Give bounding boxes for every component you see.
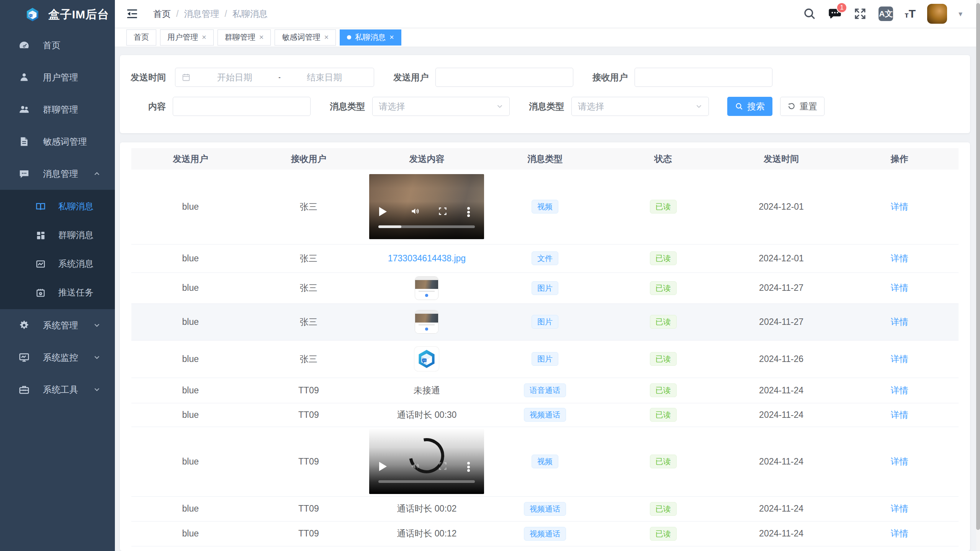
sidebar-item-home[interactable]: 首页 — [0, 29, 115, 61]
breadcrumb-separator: / — [176, 9, 178, 19]
video-player-loading[interactable] — [369, 429, 484, 494]
gear-icon — [18, 320, 30, 331]
col-type: 消息类型 — [486, 148, 604, 170]
file-link[interactable]: 1733034614438.jpg — [388, 253, 466, 263]
video-progress-bar[interactable] — [378, 480, 475, 483]
tab-group-management[interactable]: 群聊管理 × — [218, 29, 271, 46]
detail-link[interactable]: 详情 — [891, 410, 908, 420]
app-logo: 盒子IM后台 — [0, 0, 115, 29]
close-icon[interactable]: × — [259, 33, 264, 42]
receive-user-input[interactable] — [635, 68, 772, 87]
app-title: 盒子IM后台 — [48, 7, 109, 23]
message-text: 通话时长 00:12 — [368, 521, 486, 546]
sidebar-item-system-monitor[interactable]: 系统监控 — [0, 341, 115, 373]
date-range-input[interactable]: 开始日期 - 结束日期 — [175, 68, 374, 87]
video-progress-bar[interactable] — [378, 225, 475, 228]
send-user-input[interactable] — [435, 68, 573, 87]
close-icon[interactable]: × — [324, 33, 329, 42]
search-icon[interactable] — [803, 7, 816, 21]
detail-link[interactable]: 详情 — [891, 385, 908, 395]
sidebar-item-push-tasks[interactable]: 推送任务 — [0, 278, 115, 307]
tab-sensitive-words[interactable]: 敏感词管理 × — [275, 29, 336, 46]
detail-link[interactable]: 详情 — [891, 253, 908, 263]
sidebar-item-users[interactable]: 用户管理 — [0, 61, 115, 93]
detail-link[interactable]: 详情 — [891, 354, 908, 364]
content-area: 发送时间 开始日期 - 结束日期 发送用户 接收用户 内容 消 — [115, 47, 980, 551]
main-area: 首页 / 消息管理 / 私聊消息 1 A文 — [115, 0, 980, 551]
notifications-button[interactable]: 1 — [828, 7, 842, 21]
chevron-down-icon — [93, 321, 101, 329]
breadcrumb-item[interactable]: 消息管理 — [184, 8, 219, 20]
fullscreen-icon[interactable] — [853, 7, 867, 21]
play-icon[interactable] — [379, 207, 387, 216]
status-badge: 已读 — [650, 408, 677, 422]
collapse-menu-icon[interactable] — [126, 7, 139, 20]
tabs-bar: 首页 用户管理 × 群聊管理 × 敏感词管理 × 私聊消息 × — [115, 28, 980, 47]
document-icon — [18, 136, 30, 147]
status-badge: 已读 — [650, 502, 677, 516]
font-size-icon[interactable]: тT — [905, 7, 916, 20]
top-bar: 首页 / 消息管理 / 私聊消息 1 A文 — [115, 0, 980, 28]
sidebar-item-groups[interactable]: 群聊管理 — [0, 93, 115, 126]
sidebar-item-system-tools[interactable]: 系统工具 — [0, 373, 115, 406]
play-icon[interactable] — [379, 462, 387, 471]
message-type-badge: 语音通话 — [524, 383, 566, 397]
status-badge: 已读 — [650, 315, 677, 329]
users-icon — [18, 104, 30, 115]
close-icon[interactable]: × — [389, 33, 394, 42]
chart-frame-icon — [35, 259, 46, 269]
language-icon[interactable]: A文 — [879, 7, 893, 21]
search-icon — [735, 102, 743, 111]
message-type-select[interactable]: 请选择 — [372, 97, 510, 116]
boxim-logo-icon — [417, 349, 437, 369]
sidebar-item-group-messages[interactable]: 群聊消息 — [0, 221, 115, 249]
more-options-icon[interactable] — [467, 207, 470, 217]
video-player[interactable] — [369, 174, 484, 239]
col-actions: 操作 — [840, 148, 959, 170]
volume-icon[interactable] — [411, 206, 420, 216]
volume-icon[interactable] — [411, 461, 420, 471]
sidebar-item-system-messages[interactable]: 系统消息 — [0, 249, 115, 278]
message-type-badge: 视频 — [532, 455, 558, 468]
start-date-placeholder: 开始日期 — [191, 72, 278, 83]
detail-link[interactable]: 详情 — [891, 504, 908, 514]
table-row: blue 张三 — [131, 170, 959, 244]
tab-home[interactable]: 首页 — [126, 29, 156, 46]
search-button[interactable]: 搜索 — [727, 97, 772, 116]
reset-button[interactable]: 重置 — [780, 97, 825, 116]
detail-link[interactable]: 详情 — [891, 528, 908, 538]
detail-link[interactable]: 详情 — [891, 283, 908, 293]
message-image-thumbnail[interactable] — [415, 310, 438, 334]
col-content: 发送内容 — [368, 148, 486, 170]
chevron-up-icon — [93, 170, 101, 178]
close-icon[interactable]: × — [202, 33, 206, 42]
detail-link[interactable]: 详情 — [891, 317, 908, 327]
fullscreen-icon[interactable] — [438, 207, 447, 216]
status-badge: 已读 — [650, 200, 677, 214]
send-user-label: 发送用户 — [393, 72, 429, 83]
sidebar-item-label: 群聊管理 — [43, 104, 78, 116]
message-type-badge: 视频通话 — [524, 527, 566, 541]
message-type2-select[interactable]: 请选择 — [571, 97, 709, 116]
message-image-thumbnail[interactable] — [414, 347, 439, 371]
table-row: blue 张三 图片 已读 2024-11-27 详情 — [131, 272, 959, 303]
detail-link[interactable]: 详情 — [891, 202, 908, 212]
message-image-thumbnail[interactable] — [415, 276, 438, 300]
tab-private-messages[interactable]: 私聊消息 × — [340, 29, 401, 46]
messages-table-panel: 发送用户 接收用户 发送内容 消息类型 状态 发送时间 操作 blue 张三 — [120, 142, 970, 551]
user-avatar[interactable] — [927, 4, 947, 24]
breadcrumb-home[interactable]: 首页 — [153, 8, 171, 20]
scrollbar-thumb[interactable] — [976, 3, 980, 530]
content-label: 内容 — [131, 101, 166, 112]
sidebar-item-system-admin[interactable]: 系统管理 — [0, 309, 115, 341]
content-input[interactable] — [173, 97, 311, 116]
sidebar-item-sensitive-words[interactable]: 敏感词管理 — [0, 126, 115, 158]
fullscreen-icon[interactable] — [438, 461, 447, 471]
more-options-icon[interactable] — [467, 462, 470, 472]
avatar-caret-icon[interactable]: ▾ — [959, 9, 962, 18]
tab-user-management[interactable]: 用户管理 × — [160, 29, 214, 46]
sidebar-item-private-messages[interactable]: 私聊消息 — [0, 192, 115, 221]
detail-link[interactable]: 详情 — [891, 456, 908, 466]
sidebar-item-messages[interactable]: 消息管理 — [0, 158, 115, 190]
message-type-label: 消息类型 — [330, 101, 365, 112]
